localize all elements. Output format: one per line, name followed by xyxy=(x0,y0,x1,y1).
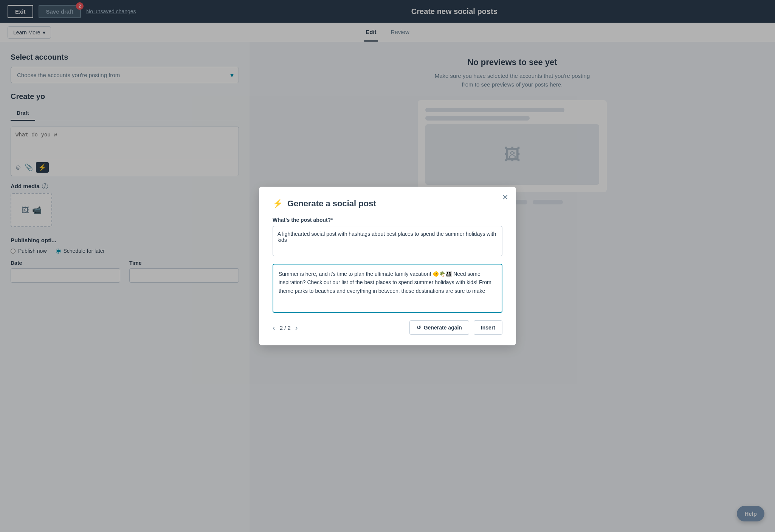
modal-result-text: Summer is here, and it's time to plan th… xyxy=(273,264,502,313)
refresh-icon: ↺ xyxy=(417,325,421,331)
modal-actions: ↺ Generate again Insert xyxy=(409,320,502,335)
modal-topic-textarea[interactable]: A lighthearted social post with hashtags… xyxy=(273,226,502,256)
modal-overlay: ⚡ Generate a social post ✕ What's the po… xyxy=(0,0,775,532)
pagination-next-button[interactable]: › xyxy=(295,323,298,332)
modal-close-button[interactable]: ✕ xyxy=(502,193,508,201)
pagination: ‹ 2 / 2 › xyxy=(273,323,298,332)
generate-again-button[interactable]: ↺ Generate again xyxy=(409,320,469,335)
generate-modal: ⚡ Generate a social post ✕ What's the po… xyxy=(259,187,516,345)
insert-button[interactable]: Insert xyxy=(474,320,502,335)
modal-question-label: What's the post about?* xyxy=(273,217,502,223)
modal-header: ⚡ Generate a social post xyxy=(273,199,502,209)
modal-footer: ‹ 2 / 2 › ↺ Generate again Insert xyxy=(273,320,502,335)
modal-title: Generate a social post xyxy=(287,199,376,209)
pagination-prev-button[interactable]: ‹ xyxy=(273,323,275,332)
pagination-label: 2 / 2 xyxy=(280,325,291,331)
lightning-icon: ⚡ xyxy=(273,199,283,209)
